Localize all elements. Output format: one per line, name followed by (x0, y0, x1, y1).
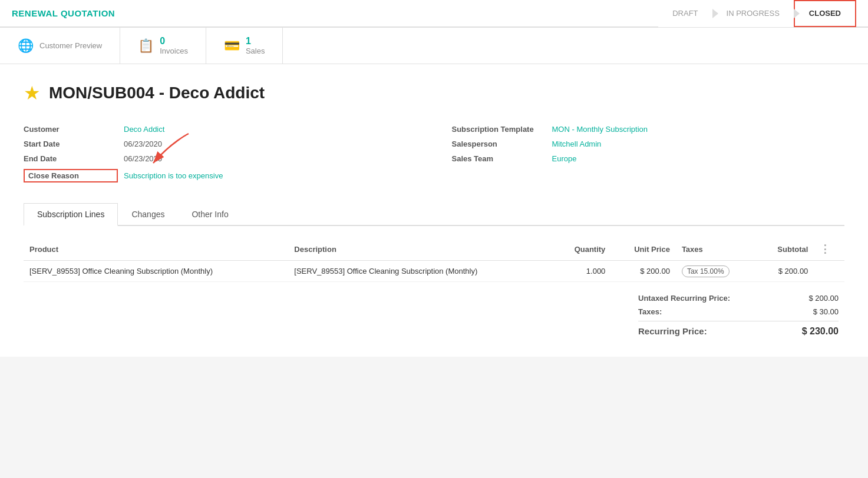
subscription-template-label: Subscription Template (452, 125, 546, 134)
field-start-date: Start Date 06/23/2020 (24, 137, 417, 151)
end-date-label: End Date (24, 154, 118, 163)
subscription-lines-table: Product Description Quantity Unit Price … (24, 238, 844, 282)
taxes-label: Taxes: (638, 307, 662, 316)
col-quantity: Quantity (553, 238, 612, 261)
col-actions: ⋮ (814, 238, 844, 261)
col-subtotal: Subtotal (757, 238, 814, 261)
customer-preview-label: Customer Preview (39, 41, 102, 50)
total-taxes: Taxes: $ 30.00 (638, 305, 839, 318)
totals-table: Untaxed Recurring Price: $ 200.00 Taxes:… (638, 291, 839, 339)
sales-team-label: Sales Team (452, 154, 546, 163)
sales-icon: 💳 (224, 38, 240, 54)
field-end-date: End Date 06/23/2020 (24, 151, 417, 166)
table-section: Product Description Quantity Unit Price … (24, 226, 844, 345)
invoices-count: 0 (160, 36, 188, 47)
subscription-template-value[interactable]: MON - Monthly Subscription (552, 125, 648, 134)
start-date-label: Start Date (24, 140, 118, 148)
cell-subtotal: $ 200.00 (757, 261, 814, 282)
customer-value[interactable]: Deco Addict (124, 125, 164, 134)
app-title: RENEWAL QUOTATION (12, 8, 115, 18)
fields-right: Subscription Template MON - Monthly Subs… (452, 122, 845, 185)
sales-button[interactable]: 💳 1 Sales (206, 28, 283, 64)
cell-quantity: 1.000 (553, 261, 612, 282)
sales-team-value[interactable]: Europe (552, 154, 577, 163)
salesperson-value[interactable]: Mitchell Admin (552, 140, 602, 148)
close-reason-value[interactable]: Subscription is too expensive (124, 171, 223, 180)
recurring-label: Recurring Price: (638, 326, 707, 337)
start-date-value: 06/23/2020 (124, 140, 162, 148)
recurring-value: $ 230.00 (802, 326, 839, 337)
col-description: Description (288, 238, 553, 261)
customer-preview-button[interactable]: 🌐 Customer Preview (0, 28, 120, 64)
end-date-value: 06/23/2020 (124, 154, 162, 163)
customer-label: Customer (24, 125, 118, 134)
status-in-progress[interactable]: IN PROGRESS (712, 0, 794, 27)
status-steps: DRAFT IN PROGRESS CLOSED (658, 0, 856, 27)
top-bar: RENEWAL QUOTATION DRAFT IN PROGRESS CLOS… (0, 0, 868, 27)
cell-product: [SERV_89553] Office Cleaning Subscriptio… (24, 261, 288, 282)
cell-unit-price: $ 200.00 (611, 261, 676, 282)
invoices-label: Invoices (160, 47, 188, 55)
sales-count: 1 (246, 36, 265, 47)
col-taxes: Taxes (676, 238, 757, 261)
field-subscription-template: Subscription Template MON - Monthly Subs… (452, 122, 845, 137)
record-name: MON/SUB004 - Deco Addict (49, 84, 265, 102)
totals-section: Untaxed Recurring Price: $ 200.00 Taxes:… (24, 282, 844, 345)
cell-taxes: Tax 15.00% (676, 261, 757, 282)
total-recurring: Recurring Price: $ 230.00 (638, 321, 839, 339)
taxes-value: $ 30.00 (813, 307, 839, 316)
fields-left: Customer Deco Addict Start Date 06/23/20… (24, 122, 417, 185)
smart-buttons-bar: 🌐 Customer Preview 📋 0 Invoices 💳 1 Sale… (0, 27, 868, 64)
table-row: [SERV_89553] Office Cleaning Subscriptio… (24, 261, 844, 282)
salesperson-label: Salesperson (452, 140, 546, 148)
star-icon[interactable]: ★ (24, 82, 41, 104)
tab-other-info[interactable]: Other Info (178, 203, 242, 226)
table-actions-icon[interactable]: ⋮ (820, 243, 830, 255)
globe-icon: 🌐 (18, 38, 34, 54)
cell-description: [SERV_89553] Office Cleaning Subscriptio… (288, 261, 553, 282)
tabs-bar: Subscription Lines Changes Other Info (24, 203, 844, 226)
untaxed-label: Untaxed Recurring Price: (638, 294, 730, 303)
main-content: ★ MON/SUB004 - Deco Addict Customer Deco… (0, 64, 868, 357)
cell-row-actions (814, 261, 844, 282)
field-sales-team: Sales Team Europe (452, 151, 845, 166)
tax-badge: Tax 15.00% (682, 265, 730, 277)
sales-label: Sales (246, 47, 265, 55)
tab-changes[interactable]: Changes (118, 203, 178, 226)
field-close-reason: Close Reason Subscription is too expensi… (24, 166, 417, 185)
fields-section: Customer Deco Addict Start Date 06/23/20… (24, 122, 844, 185)
invoices-button[interactable]: 📋 0 Invoices (120, 28, 206, 64)
field-salesperson: Salesperson Mitchell Admin (452, 137, 845, 151)
close-reason-label: Close Reason (24, 169, 118, 182)
field-customer: Customer Deco Addict (24, 122, 417, 137)
invoice-icon: 📋 (138, 38, 154, 54)
col-product: Product (24, 238, 288, 261)
status-draft[interactable]: DRAFT (658, 0, 712, 27)
col-unit-price: Unit Price (611, 238, 676, 261)
untaxed-value: $ 200.00 (808, 294, 839, 303)
status-closed[interactable]: CLOSED (794, 0, 856, 27)
record-title: ★ MON/SUB004 - Deco Addict (24, 82, 844, 104)
total-untaxed: Untaxed Recurring Price: $ 200.00 (638, 291, 839, 305)
tab-subscription-lines[interactable]: Subscription Lines (24, 203, 118, 226)
